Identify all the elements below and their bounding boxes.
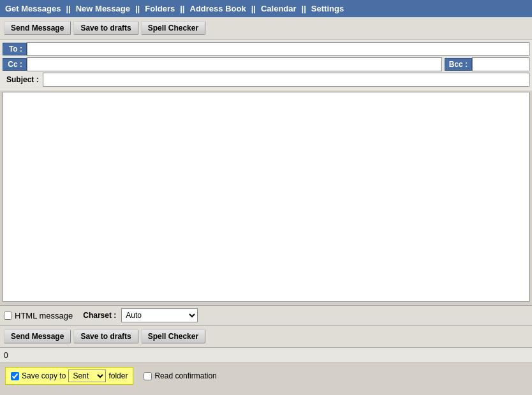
save-folder-select[interactable]: Sent Drafts Inbox (68, 370, 106, 382)
save-drafts-button-2[interactable]: Save to drafts (73, 329, 138, 343)
to-label: To : (3, 43, 27, 55)
charset-label: Charset : (83, 311, 116, 320)
spell-checker-button-2[interactable]: Spell Checker (141, 329, 205, 343)
save-copy-area: Save copy to Sent Drafts Inbox folder (5, 367, 133, 385)
top-toolbar: Send Message Save to drafts Spell Checke… (0, 17, 532, 40)
nav-settings[interactable]: Settings (311, 4, 344, 13)
nav-address-book[interactable]: Address Book (190, 4, 246, 13)
send-message-button[interactable]: Send Message (4, 21, 71, 35)
bcc-input[interactable] (472, 57, 529, 71)
subject-label: Subject : (3, 74, 43, 85)
read-confirmation-label: Read confirmation (154, 371, 216, 380)
status-value: 0 (4, 351, 8, 360)
nav-calendar[interactable]: Calendar (261, 4, 297, 13)
save-copy-checkbox[interactable] (11, 372, 19, 380)
nav-sep-2: || (135, 4, 140, 13)
html-message-label: HTML message (15, 311, 73, 320)
nav-new-message[interactable]: New Message (76, 4, 130, 13)
html-message-checkbox[interactable] (4, 312, 12, 320)
nav-folders[interactable]: Folders (145, 4, 175, 13)
nav-sep-4: || (251, 4, 256, 13)
folder-label: folder (108, 371, 128, 380)
spell-checker-button[interactable]: Spell Checker (141, 21, 205, 35)
message-body[interactable] (3, 92, 529, 302)
read-confirmation-area: Read confirmation (144, 371, 216, 380)
to-input[interactable] (27, 42, 529, 56)
send-message-button-2[interactable]: Send Message (4, 329, 71, 343)
bottom-toolbar: Send Message Save to drafts Spell Checke… (0, 326, 532, 348)
charset-select[interactable]: Auto UTF-8 ISO-8859-1 Windows-1252 (121, 308, 198, 322)
status-row: 0 (0, 348, 532, 363)
cc-input[interactable] (27, 57, 442, 71)
save-drafts-button[interactable]: Save to drafts (73, 21, 138, 35)
read-confirmation-checkbox[interactable] (144, 372, 152, 380)
html-message-area: HTML message (4, 311, 73, 320)
bcc-label: Bcc : (445, 58, 472, 71)
nav-bar: Get Messages || New Message || Folders |… (0, 0, 532, 17)
cc-row: Cc : Bcc : (3, 57, 529, 71)
nav-get-messages[interactable]: Get Messages (5, 4, 61, 13)
to-row: To : (3, 42, 529, 56)
nav-sep-5: || (302, 4, 306, 13)
options-row: Save copy to Sent Drafts Inbox folder Re… (0, 363, 532, 389)
bottom-options-bar: HTML message Charset : Auto UTF-8 ISO-88… (0, 305, 532, 326)
save-copy-label: Save copy to (22, 371, 66, 380)
cc-label: Cc : (3, 58, 27, 71)
subject-input[interactable] (43, 73, 529, 87)
nav-sep-1: || (66, 4, 70, 13)
compose-form: To : Cc : Bcc : Subject : (0, 40, 532, 90)
subject-row: Subject : (3, 73, 529, 87)
nav-sep-3: || (180, 4, 184, 13)
